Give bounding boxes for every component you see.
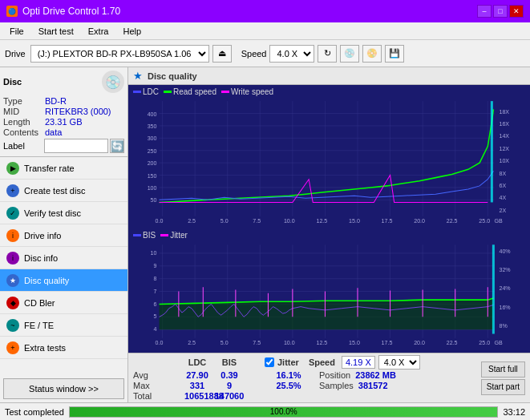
start-full-button[interactable]: Start full <box>481 361 525 378</box>
samples-label: Samples <box>319 381 354 390</box>
cd-bler-icon: ◆ <box>6 297 19 309</box>
main-container: Disc 💿 Type BD-R MID RITEKBR3 (000) Leng… <box>0 67 530 402</box>
disc-length-row: Length 23.31 GB <box>3 117 124 127</box>
svg-text:40%: 40% <box>499 248 511 255</box>
progress-bar: 100.0% <box>69 406 498 418</box>
write-speed-legend-label: Write speed <box>231 87 273 96</box>
nav-disc-info[interactable]: i Disc info <box>0 247 127 269</box>
svg-text:15.0: 15.0 <box>349 218 360 224</box>
start-part-button[interactable]: Start part <box>481 379 525 395</box>
avg-jitter: 16.1% <box>265 370 313 380</box>
transfer-rate-icon: ▶ <box>6 162 19 175</box>
avg-bis: 0.39 <box>213 370 245 380</box>
bottom-chart-wrapper: BIS Jitter <box>130 230 528 351</box>
nav-fe-te[interactable]: ~ FE / TE <box>0 314 127 337</box>
label-field-label: Label <box>3 141 42 151</box>
toolbar: Drive (J:) PLEXTOR BD-R PX-LB950SA 1.06 … <box>0 40 530 67</box>
mid-label: MID <box>3 107 45 116</box>
menu-help[interactable]: Help <box>116 25 148 38</box>
samples-value: 381572 <box>358 381 388 390</box>
svg-text:0.0: 0.0 <box>156 339 164 346</box>
disc-quality-header: ★ Disc quality <box>128 67 530 85</box>
maximize-button[interactable]: □ <box>493 5 508 18</box>
drive-select[interactable]: (J:) PLEXTOR BD-R PX-LB950SA 1.06 <box>30 45 209 63</box>
status-btn-label: Status window >> <box>29 384 99 394</box>
svg-text:14X: 14X <box>499 133 509 139</box>
svg-text:50: 50 <box>151 197 157 204</box>
nav-drive-info[interactable]: i Drive info <box>0 224 127 247</box>
svg-text:10X: 10X <box>499 158 509 164</box>
close-button[interactable]: ✕ <box>509 5 524 18</box>
verify-test-disc-icon: ✓ <box>6 207 19 220</box>
nav-disc-quality-label: Disc quality <box>24 276 69 285</box>
eject-button[interactable]: ⏏ <box>212 45 232 63</box>
disc-info-icon: i <box>6 252 19 265</box>
nav-extra-tests[interactable]: + Extra tests <box>0 337 127 359</box>
disc-button2[interactable]: 📀 <box>362 45 382 63</box>
disc-button1[interactable]: 💿 <box>340 45 359 63</box>
speed-dropdown[interactable]: 4.0 X2.0 X8.0 X <box>378 355 420 370</box>
nav-create-test-disc[interactable]: + Create test disc <box>0 180 127 202</box>
ldc-legend: LDC <box>133 87 159 96</box>
refresh-button[interactable]: ↻ <box>318 45 337 63</box>
svg-text:24%: 24% <box>499 285 511 293</box>
status-time: 33:12 <box>503 407 525 417</box>
jitter-checkbox[interactable] <box>265 357 274 367</box>
top-chart: 400 350 300 250 200 150 100 50 18X 16X 1… <box>130 97 528 228</box>
disc-mid-row: MID RITEKBR3 (000) <box>3 107 124 116</box>
disc-quality-header-icon: ★ <box>133 70 143 82</box>
menu-extra[interactable]: Extra <box>82 25 115 38</box>
svg-text:8X: 8X <box>499 171 506 177</box>
svg-text:2X: 2X <box>499 208 506 214</box>
nav-fe-te-label: FE / TE <box>24 321 54 330</box>
status-window-btn[interactable]: Status window >> <box>3 378 124 399</box>
svg-text:100: 100 <box>148 185 157 192</box>
nav-disc-quality[interactable]: ★ Disc quality <box>0 269 127 292</box>
svg-text:32%: 32% <box>499 266 511 273</box>
nav-verify-test-disc[interactable]: ✓ Verify test disc <box>0 202 127 224</box>
mid-value: RITEKBR3 (000) <box>45 107 124 116</box>
svg-text:7: 7 <box>154 288 157 295</box>
nav-drive-info-label: Drive info <box>24 231 61 240</box>
start-buttons: Start full Start part <box>481 361 525 395</box>
svg-text:5.0: 5.0 <box>220 218 229 224</box>
svg-text:7.5: 7.5 <box>253 339 261 346</box>
svg-text:15.0: 15.0 <box>349 339 360 346</box>
bottom-chart-legend: BIS Jitter <box>130 230 528 240</box>
ldc-legend-color <box>133 91 141 93</box>
label-refresh-btn[interactable]: 🔄 <box>110 139 124 153</box>
menu-file[interactable]: File <box>3 25 30 38</box>
disc-panel: Disc 💿 Type BD-R MID RITEKBR3 (000) Leng… <box>0 67 127 157</box>
disc-type-row: Type BD-R <box>3 96 124 106</box>
svg-text:10.0: 10.0 <box>284 218 295 224</box>
save-button[interactable]: 💾 <box>385 45 404 63</box>
nav-items: ▶ Transfer rate + Create test disc ✓ Ver… <box>0 157 127 375</box>
nav-cd-bler[interactable]: ◆ CD Bler <box>0 292 127 314</box>
ldc-legend-label: LDC <box>143 87 159 96</box>
svg-text:25.0: 25.0 <box>479 339 490 346</box>
menu-start-test[interactable]: Start test <box>32 25 80 38</box>
svg-text:4X: 4X <box>499 195 506 201</box>
max-label: Max <box>133 381 181 390</box>
top-chart-wrapper: LDC Read speed Write speed <box>130 87 528 228</box>
nav-transfer-rate[interactable]: ▶ Transfer rate <box>0 157 127 180</box>
svg-text:4: 4 <box>154 325 157 333</box>
read-speed-legend: Read speed <box>164 87 216 96</box>
type-value: BD-R <box>45 96 124 106</box>
svg-text:2.5: 2.5 <box>188 218 196 224</box>
bis-legend-color <box>133 234 141 236</box>
minimize-button[interactable]: – <box>477 5 492 18</box>
drive-info-icon: i <box>6 229 19 242</box>
bis-header: BIS <box>213 357 245 367</box>
svg-rect-50 <box>130 240 528 351</box>
position-value: 23862 MB <box>355 370 396 380</box>
stats-header-row: LDC BIS Jitter Speed 4.19 X 4.0 X2.0 X8.… <box>133 355 420 370</box>
speed-select[interactable]: 4.0 X 2.0 X 8.0 X <box>269 45 314 63</box>
avg-row: Avg 27.90 0.39 16.1% Position 23862 MB <box>133 370 420 380</box>
svg-text:150: 150 <box>148 173 157 180</box>
ldc-header: LDC <box>184 357 210 367</box>
svg-text:17.5: 17.5 <box>382 339 393 346</box>
stats-bar: LDC BIS Jitter Speed 4.19 X 4.0 X2.0 X8.… <box>128 353 530 402</box>
label-input[interactable] <box>44 139 108 153</box>
bis-legend: BIS <box>133 231 156 240</box>
